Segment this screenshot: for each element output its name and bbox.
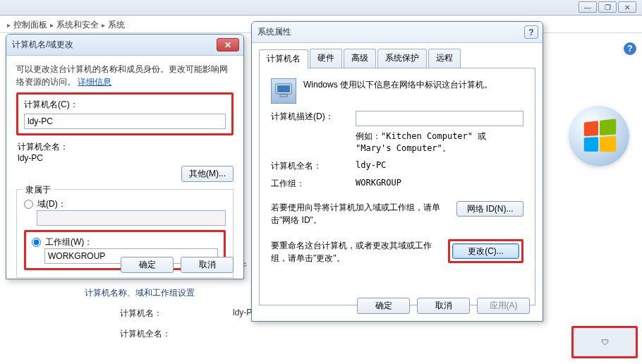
breadcrumb-control-panel[interactable]: 控制面板 [13, 19, 47, 31]
full-name-value: ldy-PC [356, 160, 523, 170]
workgroup-radio-label: 工作组(W)： [45, 236, 92, 248]
domain-radio[interactable] [24, 200, 33, 209]
windows-logo-icon [569, 106, 629, 166]
network-id-text: 若要使用向导将计算机加入域或工作组，请单击"网络 ID"。 [271, 201, 449, 226]
tabs: 计算机名 硬件 高级 系统保护 远程 [259, 49, 535, 68]
breadcrumb-system-security[interactable]: 系统和安全 [56, 19, 99, 31]
minimize-button[interactable]: — [579, 1, 597, 13]
maximize-button[interactable]: ❐ [598, 1, 617, 13]
other-button[interactable]: 其他(M)... [181, 166, 234, 182]
help-icon[interactable]: ? [524, 25, 538, 39]
highlight-computer-name: 计算机名(C)： [16, 92, 234, 135]
help-icon[interactable]: ? [624, 42, 636, 55]
ok-button[interactable]: 确定 [121, 257, 174, 273]
description-label: 计算机描述(D)： [271, 111, 356, 123]
dialog-title[interactable]: 系统属性 ? [252, 22, 543, 43]
tab-system-protection[interactable]: 系统保护 [377, 49, 427, 68]
tab-advanced[interactable]: 高级 [344, 49, 376, 68]
domain-input [37, 210, 226, 226]
window-titlebar: — ❐ ✕ [0, 0, 642, 16]
dialog-title-text: 计算机名/域更改 [12, 39, 73, 51]
domain-radio-label: 域(D)： [37, 198, 66, 210]
cancel-button[interactable]: 取消 [417, 298, 470, 314]
tab-computer-name[interactable]: 计算机名 [259, 49, 308, 68]
full-name-label: 计算机全名： [271, 160, 356, 172]
computer-name-label: 计算机名(C)： [24, 99, 226, 111]
close-icon[interactable]: ✕ [217, 38, 239, 51]
full-name-label: 计算机全名： [18, 141, 234, 153]
chevron-right-icon: ▸ [102, 21, 105, 29]
workgroup-radio[interactable] [32, 238, 41, 247]
tab-hardware[interactable]: 硬件 [310, 49, 342, 68]
change-button[interactable]: 更改(C)... [452, 243, 519, 259]
svg-rect-2 [280, 95, 287, 97]
details-link[interactable]: 详细信息 [78, 77, 111, 87]
computer-name-domain-change-dialog: 计算机名/域更改 ✕ 可以更改这台计算机的名称和成员身份。更改可能影响网络资源的… [6, 34, 244, 279]
cancel-button[interactable]: 取消 [181, 257, 234, 273]
close-button[interactable]: ✕ [618, 1, 636, 13]
dialog-title-text: 系统属性 [258, 26, 291, 38]
full-name-value: ldy-PC [18, 153, 234, 163]
ok-button[interactable]: 确定 [357, 298, 410, 314]
intro-text: Windows 使用以下信息在网络中标识这台计算机。 [303, 78, 523, 104]
network-id-button[interactable]: 网络 ID(N)... [456, 201, 523, 217]
chevron-right-icon: ▸ [50, 21, 54, 29]
breadcrumb-system[interactable]: 系统 [108, 19, 125, 31]
shield-icon: 🛡 [601, 338, 609, 346]
chevron-right-icon: ▸ [7, 21, 11, 29]
change-text: 要重命名这台计算机，或者更改其域或工作组，请单击"更改"。 [271, 239, 441, 265]
dialog-title[interactable]: 计算机名/域更改 ✕ [6, 35, 243, 56]
computer-name-input[interactable] [24, 114, 226, 129]
computer-icon [271, 78, 296, 104]
full-name-label: 计算机全名： [120, 328, 233, 340]
svg-rect-1 [277, 85, 290, 92]
tab-panel-computer-name: Windows 使用以下信息在网络中标识这台计算机。 计算机描述(D)： 例如：… [259, 68, 535, 305]
workgroup-label: 工作组： [271, 178, 356, 190]
description-example: 例如："Kitchen Computer" 或 "Mary's Computer… [356, 131, 523, 154]
apply-button: 应用(A) [477, 298, 530, 314]
highlight-bottom-right: 🛡 [571, 326, 638, 358]
group-title: 隶属于 [23, 184, 54, 196]
system-properties-dialog: 系统属性 ? 计算机名 硬件 高级 系统保护 远程 Windows 使用以下信息… [251, 21, 543, 322]
dialog-description: 可以更改这台计算机的名称和成员身份。更改可能影响网络资源的访问。 详细信息 [16, 63, 234, 88]
tab-remote[interactable]: 远程 [428, 49, 461, 68]
highlight-change-button: 更改(C)... [448, 239, 523, 263]
description-input[interactable] [356, 111, 523, 126]
computer-name-label: 计算机名： [120, 308, 233, 320]
workgroup-value: WORKGROUP [356, 178, 523, 188]
